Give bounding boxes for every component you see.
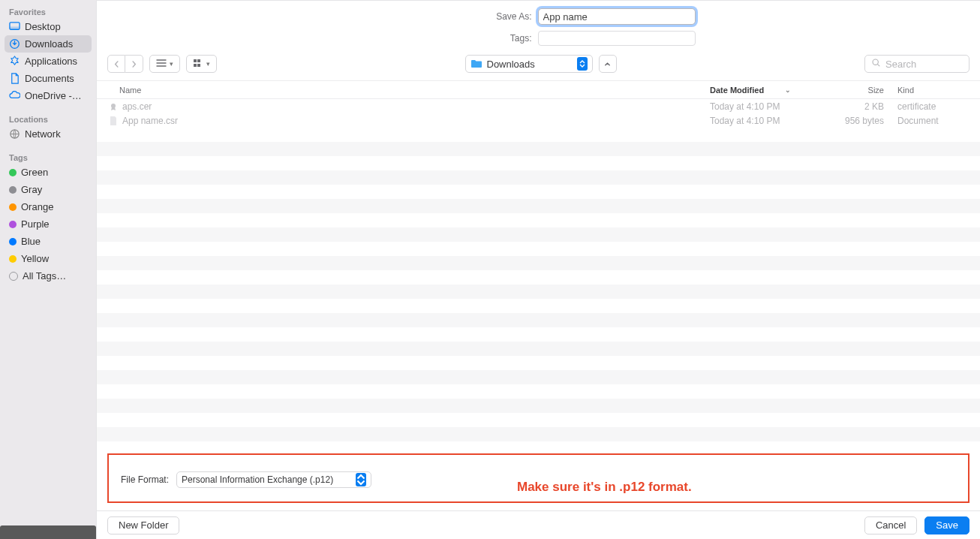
sidebar-header-favorites: Favorites	[5, 5, 92, 18]
folder-icon	[470, 58, 482, 70]
sidebar-item-onedrive[interactable]: OneDrive -…	[5, 87, 92, 104]
sidebar-tag-green[interactable]: Green	[5, 164, 92, 181]
tag-dot-orange	[9, 203, 17, 211]
col-name[interactable]: Name	[119, 86, 710, 95]
sidebar-item-desktop[interactable]: Desktop	[5, 18, 92, 35]
cert-icon	[107, 102, 119, 111]
file-format-select[interactable]: Personal Information Exchange (.p12)	[176, 471, 371, 488]
sort-chevron-down-icon: ⌄	[785, 86, 791, 94]
all-tags-icon	[9, 272, 18, 281]
view-list-button[interactable]: ▾	[149, 55, 180, 73]
new-folder-button[interactable]: New Folder	[107, 516, 179, 534]
onedrive-icon	[9, 90, 20, 101]
view-grid-button[interactable]: ▾	[186, 55, 217, 73]
chevron-down-icon: ▾	[170, 60, 173, 68]
sidebar-item-label: Gray	[21, 184, 42, 195]
annotation-text: Make sure it's in .p12 format.	[517, 480, 692, 495]
nav-forward-button[interactable]	[125, 55, 143, 73]
sidebar-header-locations: Locations	[5, 112, 92, 125]
file-size: 2 KB	[830, 101, 897, 112]
tag-dot-green	[9, 169, 17, 176]
sidebar-item-downloads[interactable]: Downloads	[5, 35, 92, 53]
sidebar-tag-yellow[interactable]: Yellow	[5, 250, 92, 267]
col-kind[interactable]: Kind	[897, 86, 980, 95]
tag-dot-yellow	[9, 255, 17, 263]
file-kind: Document	[897, 116, 980, 126]
network-icon	[9, 128, 20, 140]
search-input[interactable]: Search	[864, 55, 969, 73]
main-panel: Save As: Tags: ▾ ▾	[96, 0, 980, 539]
file-name: App name.csr	[119, 116, 710, 126]
sidebar-tag-purple[interactable]: Purple	[5, 215, 92, 233]
sidebar-item-network[interactable]: Network	[5, 125, 92, 143]
tag-dot-blue	[9, 238, 17, 245]
sidebar-item-label: Documents	[25, 73, 74, 84]
collapse-button[interactable]	[599, 55, 617, 73]
documents-icon	[9, 73, 20, 84]
file-row[interactable]: App name.csr Today at 4:10 PM 956 bytes …	[97, 113, 980, 128]
file-list: aps.cer Today at 4:10 PM 2 KB certificat…	[97, 99, 980, 441]
sidebar-tag-orange[interactable]: Orange	[5, 198, 92, 215]
chevron-up-icon	[604, 57, 611, 71]
dock-strip	[0, 525, 96, 539]
updown-arrows-icon	[577, 57, 588, 71]
save-as-input[interactable]	[538, 8, 696, 25]
sidebar-item-label: All Tags…	[23, 270, 66, 282]
applications-icon	[9, 56, 20, 67]
sidebar-item-label: Green	[21, 167, 48, 178]
file-format-label: File Format:	[121, 474, 169, 485]
search-icon	[871, 58, 881, 70]
bottom-wrap: File Format: Personal Information Exchan…	[97, 453, 980, 539]
sidebar-item-label: Desktop	[25, 21, 61, 32]
location-popup[interactable]: Downloads	[465, 55, 593, 73]
save-as-label: Save As:	[382, 11, 532, 22]
sidebar-tag-blue[interactable]: Blue	[5, 233, 92, 250]
sidebar-item-applications[interactable]: Applications	[5, 53, 92, 70]
sidebar-item-label: Purple	[21, 218, 50, 230]
footer: New Folder Cancel Save	[97, 510, 980, 539]
file-name: aps.cer	[119, 101, 710, 112]
doc-icon	[107, 116, 119, 125]
sidebar-item-label: Applications	[25, 56, 77, 67]
downloads-icon	[9, 38, 20, 50]
file-size: 956 bytes	[830, 116, 897, 126]
svg-rect-5	[197, 59, 200, 62]
file-kind: certificate	[897, 101, 980, 112]
sidebar-item-label: Blue	[21, 236, 41, 247]
svg-rect-4	[194, 59, 197, 62]
col-size[interactable]: Size	[830, 86, 897, 95]
tags-label: Tags:	[382, 33, 532, 44]
updown-arrows-icon	[356, 473, 366, 486]
grid-view-icon	[193, 57, 203, 71]
svg-rect-7	[197, 64, 200, 67]
sidebar-tag-gray[interactable]: Gray	[5, 181, 92, 198]
sidebar-all-tags[interactable]: All Tags…	[5, 267, 92, 285]
list-view-icon	[156, 57, 167, 71]
file-row[interactable]: aps.cer Today at 4:10 PM 2 KB certificat…	[97, 99, 980, 113]
sidebar-item-label: Network	[25, 128, 61, 140]
sidebar-item-label: Yellow	[21, 253, 49, 264]
search-placeholder: Search	[885, 59, 916, 70]
desktop-icon	[9, 21, 20, 32]
nav-group	[107, 55, 143, 73]
sidebar-item-label: Orange	[21, 201, 53, 212]
tag-dot-gray	[9, 186, 17, 194]
cancel-button[interactable]: Cancel	[864, 516, 917, 534]
svg-rect-1	[10, 27, 20, 30]
location-label: Downloads	[487, 59, 535, 70]
toolbar: ▾ ▾ Downloads	[97, 50, 980, 81]
save-button[interactable]: Save	[924, 516, 969, 534]
sidebar-item-documents[interactable]: Documents	[5, 70, 92, 87]
tag-dot-purple	[9, 221, 17, 228]
annotation-box: File Format: Personal Information Exchan…	[107, 453, 969, 503]
file-date: Today at 4:10 PM	[710, 101, 830, 112]
sidebar: Favorites Desktop Downloads Applications…	[0, 0, 96, 539]
nav-back-button[interactable]	[107, 55, 125, 73]
col-date[interactable]: Date Modified⌄	[710, 86, 830, 95]
sidebar-item-label: OneDrive -…	[25, 90, 82, 101]
sidebar-item-label: Downloads	[25, 38, 73, 50]
column-headers: Name Date Modified⌄ Size Kind	[97, 81, 980, 99]
tags-input[interactable]	[538, 31, 696, 46]
save-form: Save As: Tags:	[97, 1, 980, 50]
svg-rect-6	[194, 64, 197, 67]
